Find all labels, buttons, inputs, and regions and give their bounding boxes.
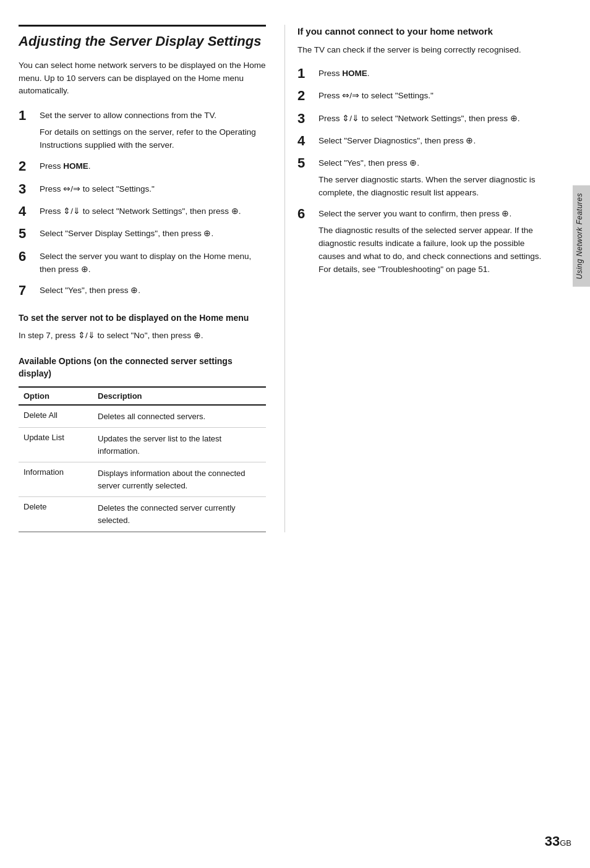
- step-number: 5: [297, 155, 316, 171]
- step-subnote: The server diagnostic starts. When the s…: [319, 174, 550, 200]
- right-steps-list: 1 Press HOME. 2 Press ⇔/⇒ to select "Set…: [297, 66, 550, 276]
- subsection1-title: To set the server not to be displayed on…: [19, 312, 266, 325]
- step-number: 4: [19, 203, 37, 219]
- side-label: Using Network Features: [573, 185, 590, 287]
- table-header-option: Option: [19, 388, 93, 404]
- right-intro: The TV can check if the server is being …: [297, 44, 550, 57]
- page-number: 33: [545, 833, 560, 849]
- list-item: 2 Press ⇔/⇒ to select "Settings.": [297, 88, 550, 104]
- list-item: 3 Press ⇔/⇒ to select "Settings.": [19, 181, 266, 197]
- list-item: 4 Press ⇕/⇓ to select "Network Settings"…: [19, 203, 266, 219]
- step-text: Select "Yes", then press ⊕.: [319, 158, 419, 168]
- list-item: 1 Press HOME.: [297, 66, 550, 82]
- step-text: Select "Server Display Settings", then p…: [40, 229, 213, 238]
- page-number-area: 33 GB: [545, 833, 571, 849]
- subsection1-body: In step 7, press ⇕/⇓ to select "No", the…: [19, 330, 266, 343]
- option-description: Updates the server list to the latest in…: [93, 428, 266, 462]
- step-number: 7: [19, 283, 37, 299]
- step-content: Select "Yes", then press ⊕.: [40, 283, 140, 297]
- left-section-title: Adjusting the Server Display Settings: [19, 25, 266, 51]
- table-row: Delete All Deletes all connected servers…: [19, 406, 266, 428]
- list-item: 5 Select "Server Display Settings", then…: [19, 226, 266, 242]
- table-header-row: Option Description: [19, 388, 266, 406]
- step-content: Press ⇕/⇓ to select "Network Settings", …: [40, 203, 241, 218]
- step-number: 2: [297, 88, 316, 104]
- left-intro: You can select home network servers to b…: [19, 59, 266, 98]
- step-number: 6: [19, 249, 37, 265]
- step-text: Press HOME.: [319, 69, 370, 78]
- step-text: Press ⇔/⇒ to select "Settings.": [319, 91, 434, 100]
- left-column: Adjusting the Server Display Settings Yo…: [19, 25, 284, 532]
- options-table: Option Description Delete All Deletes al…: [19, 386, 266, 533]
- step-subnote: For details on settings on the server, r…: [40, 126, 266, 152]
- list-item: 1 Set the server to allow connections fr…: [19, 108, 266, 152]
- page: Adjusting the Server Display Settings Yo…: [0, 0, 590, 868]
- page-suffix: GB: [560, 838, 571, 848]
- option-description: Deletes the connected server currently s…: [93, 497, 266, 531]
- step-number: 1: [19, 108, 37, 124]
- step-text: Select the server you want to confirm, t…: [319, 209, 511, 218]
- step-text: Select "Yes", then press ⊕.: [40, 286, 140, 295]
- step-text: Press ⇔/⇒ to select "Settings.": [40, 184, 155, 194]
- step-content: Press HOME.: [40, 158, 91, 173]
- step-text: Select "Server Diagnostics", then press …: [319, 136, 476, 145]
- step-text: Select the server you want to display on…: [40, 252, 251, 274]
- list-item: 6 Select the server you want to confirm,…: [297, 206, 550, 276]
- list-item: 5 Select "Yes", then press ⊕. The server…: [297, 155, 550, 200]
- option-name: Information: [19, 462, 93, 496]
- option-description: Deletes all connected servers.: [93, 406, 266, 428]
- step-number: 6: [297, 206, 316, 222]
- step-number: 4: [297, 133, 316, 149]
- table-row: Delete Deletes the connected server curr…: [19, 497, 266, 532]
- step-subnote: The diagnostic results of the selected s…: [319, 224, 550, 276]
- step-content: Select "Server Display Settings", then p…: [40, 226, 213, 240]
- right-section-title: If you cannot connect to your home netwo…: [297, 25, 550, 38]
- step-text: Set the server to allow connections from…: [40, 111, 216, 120]
- list-item: 3 Press ⇕/⇓ to select "Network Settings"…: [297, 111, 550, 127]
- step-text: Press HOME.: [40, 161, 91, 171]
- list-item: 2 Press HOME.: [19, 158, 266, 174]
- left-steps-list: 1 Set the server to allow connections fr…: [19, 108, 266, 299]
- step-content: Select "Yes", then press ⊕. The server d…: [319, 155, 550, 200]
- list-item: 6 Select the server you want to display …: [19, 249, 266, 276]
- columns-wrapper: Adjusting the Server Display Settings Yo…: [0, 25, 590, 532]
- step-number: 5: [19, 226, 37, 242]
- step-content: Select the server you want to display on…: [40, 249, 266, 276]
- step-content: Press ⇔/⇒ to select "Settings.": [40, 181, 155, 196]
- table-row: Information Displays information about t…: [19, 462, 266, 497]
- step-text: Press ⇕/⇓ to select "Network Settings", …: [319, 114, 519, 123]
- option-name: Delete: [19, 497, 93, 531]
- list-item: 7 Select "Yes", then press ⊕.: [19, 283, 266, 299]
- right-column: If you cannot connect to your home netwo…: [284, 25, 550, 532]
- option-name: Delete All: [19, 406, 93, 428]
- step-number: 3: [19, 181, 37, 197]
- table-row: Update List Updates the server list to t…: [19, 428, 266, 462]
- option-name: Update List: [19, 428, 93, 462]
- step-content: Press ⇔/⇒ to select "Settings.": [319, 88, 434, 103]
- step-content: Select "Server Diagnostics", then press …: [319, 133, 476, 148]
- step-number: 3: [297, 111, 316, 127]
- step-number: 2: [19, 158, 37, 174]
- step-content: Press ⇕/⇓ to select "Network Settings", …: [319, 111, 519, 126]
- option-description: Displays information about the connected…: [93, 462, 266, 496]
- step-content: Set the server to allow connections from…: [40, 108, 266, 152]
- subsection2-title: Available Options (on the connected serv…: [19, 355, 266, 380]
- step-number: 1: [297, 66, 316, 82]
- table-header-description: Description: [93, 388, 266, 404]
- list-item: 4 Select "Server Diagnostics", then pres…: [297, 133, 550, 149]
- step-text: Press ⇕/⇓ to select "Network Settings", …: [40, 206, 241, 216]
- step-content: Press HOME.: [319, 66, 370, 80]
- step-content: Select the server you want to confirm, t…: [319, 206, 550, 276]
